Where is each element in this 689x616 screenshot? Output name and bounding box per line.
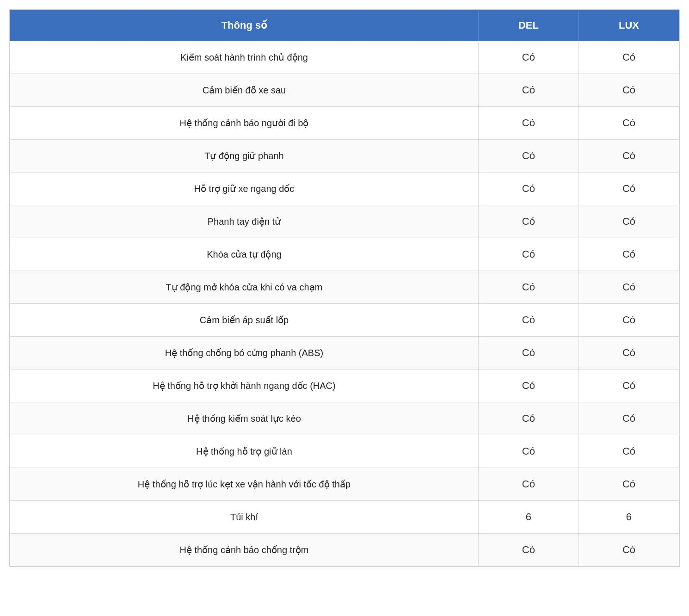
del-value: Có <box>478 370 578 402</box>
table-row: Phanh tay điện tửCóCó <box>10 205 679 238</box>
feature-name: Hệ thống hỗ trợ khởi hành ngang dốc (HAC… <box>10 370 479 402</box>
del-value: Có <box>478 41 578 74</box>
del-value: Có <box>478 304 578 337</box>
lux-value: Có <box>578 534 679 567</box>
lux-value: Có <box>578 41 679 74</box>
lux-value: Có <box>578 435 679 468</box>
table-header-row: Thông số DEL LUX <box>10 10 679 41</box>
feature-name: Hệ thống cảnh báo người đi bộ <box>10 107 479 140</box>
feature-name: Hệ thống hỗ trợ lúc kẹt xe vận hành với … <box>10 468 479 501</box>
del-value: Có <box>478 140 578 172</box>
feature-name: Phanh tay điện tử <box>10 205 479 238</box>
table-row: Cảm biến áp suất lốpCóCó <box>10 304 679 337</box>
feature-name: Hệ thống hỗ trợ giữ làn <box>10 435 479 468</box>
table-row: Hệ thống cảnh báo chống trộmCóCó <box>10 534 679 567</box>
lux-value: Có <box>578 468 679 501</box>
del-value: 6 <box>478 501 578 534</box>
del-value: Có <box>478 107 578 140</box>
del-value: Có <box>478 271 578 304</box>
lux-value: Có <box>578 74 679 107</box>
del-value: Có <box>478 435 578 468</box>
lux-value: 6 <box>578 501 679 534</box>
table-row: Kiểm soát hành trình chủ độngCóCó <box>10 41 679 74</box>
feature-name: Túi khí <box>10 501 479 534</box>
feature-name: Tự động mở khóa cửa khi có va chạm <box>10 271 479 304</box>
table-row: Hệ thống cảnh báo người đi bộCóCó <box>10 107 679 140</box>
del-value: Có <box>478 172 578 205</box>
table-row: Hệ thống hỗ trợ khởi hành ngang dốc (HAC… <box>10 370 679 402</box>
feature-name: Cảm biến áp suất lốp <box>10 304 479 337</box>
lux-value: Có <box>578 107 679 140</box>
header-del: DEL <box>478 10 578 41</box>
header-lux: LUX <box>578 10 679 41</box>
feature-name: Hỗ trợ giữ xe ngang dốc <box>10 172 479 205</box>
del-value: Có <box>478 468 578 501</box>
lux-value: Có <box>578 304 679 337</box>
feature-name: Cảm biến đỗ xe sau <box>10 74 479 107</box>
del-value: Có <box>478 337 578 370</box>
table-row: Hệ thống kiểm soát lực kéoCóCó <box>10 402 679 435</box>
table-row: Hệ thống chống bó cứng phanh (ABS)CóCó <box>10 337 679 370</box>
feature-name: Hệ thống kiểm soát lực kéo <box>10 402 479 435</box>
table-row: Hệ thống hỗ trợ giữ lànCóCó <box>10 435 679 468</box>
lux-value: Có <box>578 370 679 402</box>
table-row: Hệ thống hỗ trợ lúc kẹt xe vận hành với … <box>10 468 679 501</box>
lux-value: Có <box>578 238 679 271</box>
lux-value: Có <box>578 205 679 238</box>
table-row: Tự động giữ phanhCóCó <box>10 140 679 172</box>
lux-value: Có <box>578 140 679 172</box>
feature-name: Hệ thống cảnh báo chống trộm <box>10 534 479 567</box>
feature-name: Khóa cửa tự động <box>10 238 479 271</box>
feature-name: Kiểm soát hành trình chủ động <box>10 41 479 74</box>
specs-table: Thông số DEL LUX Kiểm soát hành trình ch… <box>9 9 680 567</box>
del-value: Có <box>478 402 578 435</box>
lux-value: Có <box>578 172 679 205</box>
del-value: Có <box>478 238 578 271</box>
table-row: Tự động mở khóa cửa khi có va chạmCóCó <box>10 271 679 304</box>
table-row: Túi khí66 <box>10 501 679 534</box>
table-row: Cảm biến đỗ xe sauCóCó <box>10 74 679 107</box>
feature-name: Hệ thống chống bó cứng phanh (ABS) <box>10 337 479 370</box>
del-value: Có <box>478 534 578 567</box>
header-feature: Thông số <box>10 10 479 41</box>
del-value: Có <box>478 205 578 238</box>
lux-value: Có <box>578 337 679 370</box>
del-value: Có <box>478 74 578 107</box>
feature-name: Tự động giữ phanh <box>10 140 479 172</box>
table-row: Khóa cửa tự độngCóCó <box>10 238 679 271</box>
table-row: Hỗ trợ giữ xe ngang dốcCóCó <box>10 172 679 205</box>
lux-value: Có <box>578 271 679 304</box>
lux-value: Có <box>578 402 679 435</box>
